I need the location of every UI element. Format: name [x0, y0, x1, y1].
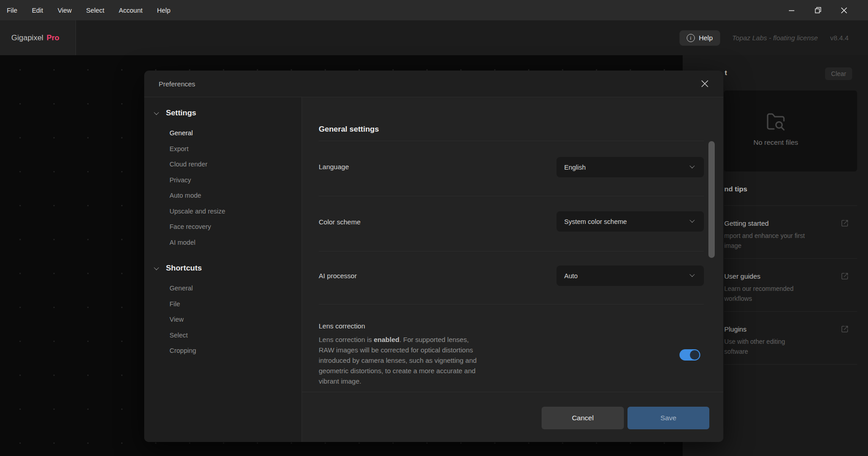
close-icon [841, 7, 847, 14]
restore-icon [815, 7, 821, 14]
menu-item-file[interactable]: File [7, 0, 24, 20]
tip-title: Getting started [724, 219, 857, 227]
menu-item-account[interactable]: Account [112, 0, 150, 20]
sidebar-item-cropping[interactable]: Cropping [144, 343, 302, 359]
lens-description-line: geometric distortions, to create a more … [319, 366, 554, 376]
sidebar-group-settings[interactable]: Settings [144, 105, 302, 121]
menu-item-help[interactable]: Help [150, 0, 178, 20]
row-divider [319, 141, 704, 141]
tip-description: mport and enhance your first image [724, 231, 808, 251]
tip-user-guides[interactable]: User guidesLearn our recommended workflo… [724, 258, 857, 311]
sidebar-item-file[interactable]: File [144, 296, 302, 312]
sidebar-item-auto-mode[interactable]: Auto mode [144, 188, 302, 204]
ai-processor-dropdown[interactable]: Auto [557, 266, 704, 286]
lens-correction-label: Lens correction [319, 322, 365, 330]
sidebar-item-view[interactable]: View [144, 312, 302, 328]
row-divider [319, 304, 704, 304]
header-right: i Help Topaz Labs - floating license v8.… [679, 20, 849, 55]
version-label: v8.4.4 [830, 34, 849, 42]
dialog-close-button[interactable] [698, 77, 712, 90]
help-label: Help [699, 34, 713, 42]
dialog-header: Preferences [144, 71, 723, 97]
lens-description-line: vibrant image. [319, 376, 554, 386]
chevron-down-icon [154, 265, 159, 270]
external-link-icon [841, 272, 849, 280]
close-window-button[interactable] [831, 0, 857, 20]
section-heading: General settings [319, 125, 379, 134]
clear-button[interactable]: Clear [825, 67, 852, 80]
menu-item-view[interactable]: View [50, 0, 79, 20]
chevron-down-icon [689, 218, 694, 223]
sidebar-item-face-recovery[interactable]: Face recovery [144, 219, 302, 235]
dialog-body: SettingsGeneralExportCloud renderPrivacy… [144, 97, 723, 442]
sidebar-group-shortcuts[interactable]: Shortcuts [144, 260, 302, 276]
external-link-icon [841, 325, 849, 333]
folder-search-icon [765, 111, 787, 133]
window-controls [778, 0, 857, 20]
color-scheme-dropdown[interactable]: System color scheme [557, 211, 704, 232]
preferences-sidebar: SettingsGeneralExportCloud renderPrivacy… [144, 97, 302, 442]
app-logo: Gigapixel Pro [0, 20, 76, 55]
minimize-button[interactable] [778, 0, 805, 20]
dialog-title: Preferences [159, 80, 195, 88]
chevron-down-icon [154, 110, 159, 115]
sidebar-item-export[interactable]: Export [144, 141, 302, 157]
group-label: Settings [166, 109, 196, 118]
cancel-button[interactable]: Cancel [542, 407, 624, 429]
row-label-color-scheme: Color scheme [319, 218, 361, 227]
dropdown-value: System color scheme [564, 218, 627, 225]
footer-divider [302, 392, 723, 392]
sidebar-item-privacy[interactable]: Privacy [144, 172, 302, 188]
no-recent-files-text: No recent files [724, 138, 828, 147]
external-link-icon [841, 219, 849, 227]
recent-files-heading-fragment: t [725, 69, 727, 77]
recent-files-card: No recent files [724, 90, 857, 171]
tip-title: User guides [724, 272, 857, 280]
menu-bar: FileEditViewSelectAccountHelp [0, 0, 868, 20]
preferences-dialog: Preferences SettingsGeneralExportCloud r… [144, 71, 723, 442]
chevron-down-icon [689, 163, 694, 168]
row-label-language: Language [319, 162, 349, 171]
sidebar-item-cloud-render[interactable]: Cloud render [144, 157, 302, 172]
row-label-ai-processor: AI processor [319, 271, 357, 280]
tip-title: Plugins [724, 325, 857, 333]
tips-heading-fragment: nd tips [724, 185, 747, 193]
tip-description: Use with other editing software [724, 337, 808, 356]
sidebar-group-items: GeneralExportCloud renderPrivacyAuto mod… [144, 125, 302, 250]
help-button[interactable]: i Help [679, 30, 720, 46]
dropdown-value: Auto [564, 272, 578, 280]
tip-description: Learn our recommended workflows [724, 284, 808, 304]
tip-getting-started[interactable]: Getting startedmport and enhance your fi… [724, 205, 857, 258]
sidebar-item-general[interactable]: General [144, 280, 302, 296]
minimize-icon [788, 7, 795, 14]
sidebar-item-upscale-and-resize[interactable]: Upscale and resize [144, 204, 302, 219]
logo-name: Gigapixel [11, 33, 43, 43]
sidebar-group-items: GeneralFileViewSelectCropping [144, 280, 302, 359]
close-icon [701, 80, 709, 88]
lens-correction-toggle[interactable] [679, 349, 700, 361]
restore-button[interactable] [805, 0, 831, 20]
toggle-knob [690, 350, 699, 360]
tips-list: Getting startedmport and enhance your fi… [724, 205, 857, 365]
info-icon: i [687, 34, 695, 42]
menu-items: FileEditViewSelectAccountHelp [0, 0, 178, 20]
lens-description-line: introduced by camera lenses, such as vig… [319, 355, 554, 366]
dropdown-value: English [564, 164, 586, 171]
license-text: Topaz Labs - floating license [732, 34, 818, 42]
lens-description-line: RAW images will be corrected for optical… [319, 345, 554, 355]
app-window: FileEditViewSelectAccountHelp Gigapixel … [0, 0, 868, 456]
tip-plugins[interactable]: PluginsUse with other editing software [724, 311, 857, 365]
menu-item-edit[interactable]: Edit [24, 0, 50, 20]
sidebar-item-ai-model[interactable]: AI model [144, 235, 302, 251]
preferences-content: General settings Lens correction Lens co… [302, 97, 723, 442]
logo-pro-badge: Pro [47, 33, 59, 43]
row-divider [319, 196, 704, 196]
sidebar-item-select[interactable]: Select [144, 328, 302, 343]
group-label: Shortcuts [166, 264, 202, 273]
chevron-down-icon [689, 272, 694, 277]
language-dropdown[interactable]: English [557, 157, 704, 177]
save-button[interactable]: Save [627, 407, 709, 429]
sidebar-item-general[interactable]: General [144, 125, 302, 141]
scrollbar-thumb[interactable] [708, 141, 715, 258]
menu-item-select[interactable]: Select [79, 0, 112, 20]
